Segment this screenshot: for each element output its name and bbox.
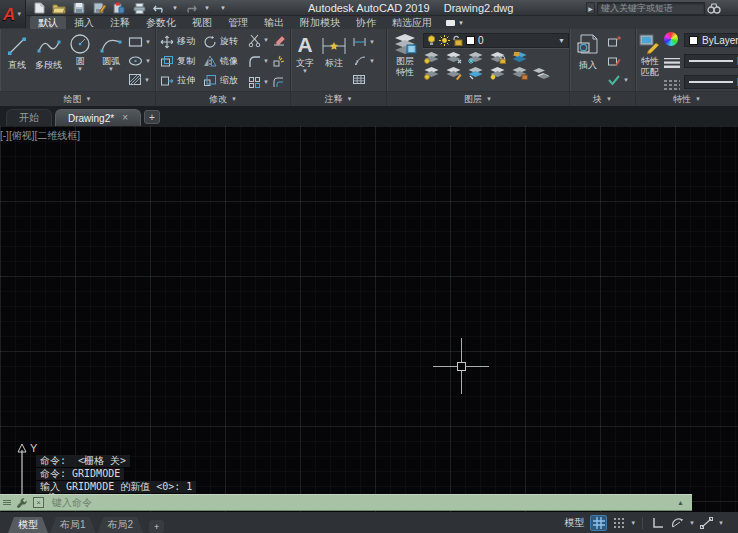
command-history-expand-icon[interactable]: ▲ — [677, 499, 684, 506]
layer-dropdown[interactable]: 0 ▼ — [423, 33, 569, 48]
circle-tool[interactable]: 圆 ▼ — [65, 31, 95, 91]
layer-state-icon[interactable] — [511, 51, 528, 64]
ribbon-tab-featured-apps[interactable]: 精选应用 — [384, 16, 440, 29]
model-space-toggle[interactable]: 模型 — [564, 516, 584, 530]
viewport-controls[interactable]: [-][俯视][二维线框] — [0, 129, 80, 143]
layer-freeze-icon[interactable] — [467, 51, 484, 64]
layer-isolate-icon[interactable] — [445, 51, 462, 64]
object-snap-dropdown-icon[interactable]: ▼ — [718, 520, 724, 526]
layer-unlock-tool-icon[interactable] — [511, 67, 528, 80]
rectangle-tool[interactable]: ▼ — [128, 34, 151, 50]
trim-tool[interactable]: ▼ — [248, 32, 268, 48]
linetype-icon[interactable] — [664, 80, 680, 90]
undo-dropdown-icon[interactable]: ▼ — [172, 5, 178, 11]
panel-layers-footer[interactable]: 图层▼ — [387, 91, 569, 106]
ellipse-tool[interactable]: ▼ — [128, 53, 151, 69]
command-bar-grip[interactable] — [3, 500, 11, 505]
new-drawing-tab-button[interactable]: + — [144, 110, 160, 124]
lineweight-dropdown[interactable]: ByLayer — [684, 54, 738, 68]
panel-draw-footer[interactable]: 绘图▼ — [0, 91, 155, 106]
layer-lock-icon[interactable] — [489, 51, 506, 64]
panel-annotate-footer[interactable]: 注释▼ — [291, 91, 386, 106]
ribbon-tab-addins[interactable]: 附加模块 — [292, 16, 348, 29]
open-folder-icon[interactable] — [52, 2, 66, 14]
panel-block-footer[interactable]: 块▼ — [570, 91, 635, 106]
layer-match-icon[interactable] — [445, 67, 462, 80]
ribbon-tab-parametric[interactable]: 参数化 — [138, 16, 184, 29]
layout-tab-model[interactable]: 模型 — [8, 517, 48, 533]
object-snap-toggle[interactable] — [698, 515, 715, 531]
edit-block-tool[interactable] — [607, 53, 629, 69]
save-as-icon[interactable] — [92, 2, 106, 14]
snap-toggle[interactable] — [610, 515, 627, 531]
fillet-tool[interactable]: ▼ — [248, 53, 268, 69]
text-tool[interactable]: A 文字 ▼ — [293, 31, 317, 91]
qat-customize-icon[interactable]: ▼ — [220, 5, 226, 11]
polyline-tool[interactable]: 多段线 — [32, 31, 65, 91]
rotate-tool[interactable]: 旋转 — [203, 32, 244, 51]
copy-tool[interactable]: 复制 — [160, 52, 199, 71]
ribbon-minimize-button[interactable]: ▼ — [446, 16, 464, 29]
circle-flyout-icon[interactable]: ▼ — [77, 67, 83, 72]
stretch-tool[interactable]: 拉伸 — [160, 71, 199, 90]
offset-tool[interactable] — [272, 74, 286, 90]
save-icon[interactable] — [72, 2, 86, 14]
erase-tool[interactable] — [272, 32, 286, 48]
layer-off-icon[interactable] — [423, 51, 440, 64]
snap-dropdown-icon[interactable]: ▼ — [630, 520, 636, 526]
insert-block-button[interactable]: 插入 — [572, 31, 604, 91]
redo-icon[interactable] — [184, 2, 198, 14]
command-customize-icon[interactable] — [15, 496, 29, 509]
search-input[interactable] — [597, 2, 705, 15]
polar-tracking-toggle[interactable] — [669, 515, 686, 531]
explode-tool[interactable] — [272, 53, 286, 69]
command-input[interactable]: 键入命令 — [52, 496, 677, 510]
define-attributes-tool[interactable]: ▼ — [607, 72, 629, 88]
layout-tab-layout2[interactable]: 布局2 — [98, 517, 144, 533]
layout-tab-layout1[interactable]: 布局1 — [50, 517, 96, 533]
file-tab-start[interactable]: 开始 — [6, 109, 52, 126]
application-menu-button[interactable]: A▼ — [0, 0, 26, 28]
hatch-tool[interactable]: ▼ — [128, 72, 151, 88]
multileader-tool[interactable]: ▼ — [352, 53, 375, 69]
layer-on-icon[interactable] — [423, 67, 440, 80]
object-color-dropdown[interactable]: ByLayer — [684, 33, 738, 47]
array-tool[interactable]: ▼ — [248, 74, 268, 90]
redo-dropdown-icon[interactable]: ▼ — [204, 5, 210, 11]
move-tool[interactable]: 移动 — [160, 32, 199, 51]
panel-properties-footer[interactable]: 特性▼ — [636, 91, 738, 106]
file-tab-drawing2[interactable]: Drawing2* × — [55, 109, 141, 126]
command-line-bar[interactable]: × 键入命令 ▲ — [0, 494, 692, 511]
arc-tool[interactable]: 圆弧 ▼ — [95, 31, 127, 91]
match-properties-button[interactable]: 特性 匹配 — [638, 31, 662, 91]
layer-thaw-icon[interactable] — [489, 67, 506, 80]
search-binoculars-icon[interactable] — [707, 3, 721, 14]
ribbon-tab-annotate[interactable]: 注释 — [102, 16, 138, 29]
layer-properties-button[interactable]: 图层 特性 — [389, 31, 421, 91]
panel-modify-footer[interactable]: 修改▼ — [156, 91, 290, 106]
arc-flyout-icon[interactable]: ▼ — [108, 67, 114, 72]
ribbon-tab-manage[interactable]: 管理 — [220, 16, 256, 29]
ribbon-tab-collaborate[interactable]: 协作 — [348, 16, 384, 29]
linetype-dropdown[interactable]: ByLayer — [684, 75, 738, 89]
new-layout-button[interactable]: + — [149, 520, 164, 533]
plot-icon[interactable] — [132, 2, 146, 14]
ribbon-tab-output[interactable]: 输出 — [256, 16, 292, 29]
polar-dropdown-icon[interactable]: ▼ — [689, 520, 695, 526]
line-tool[interactable]: 直线 — [2, 31, 32, 91]
layer-merge-icon[interactable] — [533, 67, 550, 80]
text-flyout-icon[interactable]: ▼ — [302, 69, 308, 74]
drawing-canvas[interactable]: [-][俯视][二维线框] Y 命令: <栅格 关> 命令: GRIDMODE … — [0, 126, 738, 512]
layer-dropdown-arrow-icon[interactable]: ▼ — [558, 37, 565, 44]
dimension-tool[interactable]: 标注 — [317, 31, 351, 91]
table-tool[interactable] — [352, 72, 375, 88]
ribbon-tab-home[interactable]: 默认 — [30, 16, 66, 29]
scale-tool[interactable]: 缩放 — [203, 71, 244, 90]
mirror-tool[interactable]: 镜像 — [203, 52, 244, 71]
new-file-icon[interactable] — [32, 2, 46, 14]
undo-icon[interactable] — [152, 2, 166, 14]
layer-walk-icon[interactable] — [467, 67, 484, 80]
file-tab-close-icon[interactable]: × — [122, 113, 128, 123]
batch-plot-icon[interactable] — [112, 2, 126, 14]
create-block-tool[interactable] — [607, 34, 629, 50]
